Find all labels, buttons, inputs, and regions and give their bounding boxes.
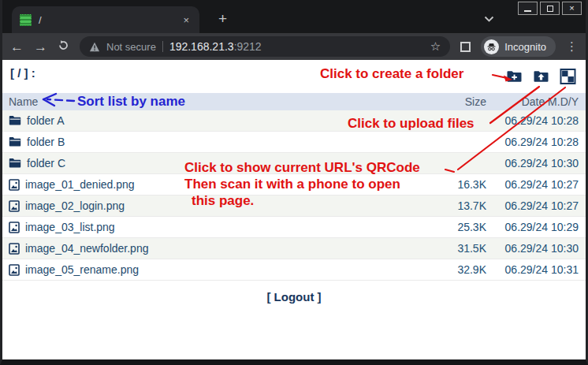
tab-close-icon[interactable]: × [180,13,192,27]
browser-menu-icon[interactable]: ⋮ [566,39,578,54]
file-size: 25.3K [428,221,486,233]
maximize-button[interactable] [540,2,560,15]
file-name[interactable]: image_01_denied.png [25,178,135,191]
sort-by-name-header[interactable]: Name [2,95,428,108]
url-host: 192.168.21.3 [169,40,234,53]
side-panel-icon[interactable] [460,42,471,52]
image-file-icon [9,179,20,191]
file-name[interactable]: image_02_login.png [25,199,125,212]
image-file-icon [9,222,20,233]
file-date: 06.29/24 10:27 [486,199,586,212]
file-date: 06.29/24 10:27 [486,178,586,191]
browser-tab[interactable]: / × [12,6,199,33]
url-port: :9212 [234,40,262,53]
incognito-icon [484,39,499,54]
titlebar: / × + × [2,0,586,33]
file-size: 16.3K [428,178,486,191]
incognito-badge: Incognito [481,36,556,57]
file-date: 06.29/24 10:29 [486,221,586,233]
file-row-image[interactable]: image_01_denied.png 16.3K 06.29/24 10:27 [2,174,586,196]
create-folder-icon[interactable] [506,69,523,84]
file-size: 32.9K [428,263,486,276]
new-tab-button[interactable]: + [214,9,232,28]
file-date: 06.29/24 10:28 [486,114,586,127]
maximize-icon [547,6,553,12]
folder-icon [9,115,21,126]
omnibox-divider [162,41,163,52]
file-size: 31.5K [428,242,486,255]
annotation-create-folder: Click to create a folder [320,66,463,82]
file-table: Name Size Date M.D/Y folder A 06.29/24 1… [2,93,586,281]
tab-title: / [39,14,173,26]
file-server-page: [ / ] : Name Size Date M.D/Y [2,60,586,359]
table-header-row: Name Size Date M.D/Y [2,93,586,110]
file-name[interactable]: image_04_newfolder.png [25,242,148,255]
file-name[interactable]: folder C [27,157,65,169]
date-header: Date M.D/Y [486,95,586,108]
table-body: folder A 06.29/24 10:28 folder B 06.29/2… [2,110,586,281]
back-button[interactable]: ← [10,40,24,54]
file-name[interactable]: image_05_rename.png [25,263,139,276]
folder-icon [9,158,21,169]
breadcrumb[interactable]: [ / ] : [10,66,35,80]
refresh-button[interactable] [58,39,69,54]
browser-window: / × + × ← → Not secure 192.168.21.3:9212… [0,0,588,365]
incognito-label: Incognito [504,41,546,53]
page-action-icons [506,69,576,84]
not-secure-label: Not secure [106,41,156,53]
file-date: 06.29/24 10:30 [486,157,586,169]
file-name[interactable]: folder A [27,114,64,127]
address-bar[interactable]: Not secure 192.168.21.3:9212 ☆ [80,36,450,57]
close-icon: × [569,4,574,13]
file-row-folder[interactable]: folder B 06.29/24 10:28 [2,132,586,153]
file-date: 06.29/24 10:28 [486,136,586,148]
close-button[interactable]: × [562,2,582,15]
forward-button[interactable]: → [34,40,47,54]
logout-link[interactable]: [ Logout ] [2,290,586,304]
tab-search-chevron-icon[interactable] [484,11,494,25]
file-date: 06.29/24 10:30 [486,242,586,255]
qrcode-icon[interactable] [560,69,576,84]
minimize-icon [524,10,531,12]
browser-toolbar: ← → Not secure 192.168.21.3:9212 ☆ Incog… [2,33,586,60]
minimize-button[interactable] [518,2,538,15]
folder-icon [9,136,21,147]
image-file-icon [9,243,20,255]
file-name[interactable]: image_03_list.png [25,221,115,233]
not-secure-warning-icon [89,42,100,52]
file-date: 06.29/24 10:31 [486,263,586,276]
upload-files-icon[interactable] [533,69,549,84]
file-row-folder[interactable]: folder C 06.29/24 10:30 [2,153,586,174]
server-favicon-icon [20,14,32,26]
file-name[interactable]: folder B [27,136,65,148]
file-size: 13.7K [428,199,486,212]
file-row-image[interactable]: image_02_login.png 13.7K 06.29/24 10:27 [2,196,586,217]
file-row-image[interactable]: image_05_rename.png 32.9K 06.29/24 10:31 [2,259,586,281]
window-controls: × [518,2,582,15]
file-row-image[interactable]: image_04_newfolder.png 31.5K 06.29/24 10… [2,238,586,259]
file-row-image[interactable]: image_03_list.png 25.3K 06.29/24 10:29 [2,217,586,238]
bookmark-star-icon[interactable]: ☆ [430,39,441,54]
image-file-icon [9,200,20,212]
size-header: Size [428,95,486,108]
image-file-icon [9,264,20,276]
file-row-folder[interactable]: folder A 06.29/24 10:28 [2,110,586,132]
